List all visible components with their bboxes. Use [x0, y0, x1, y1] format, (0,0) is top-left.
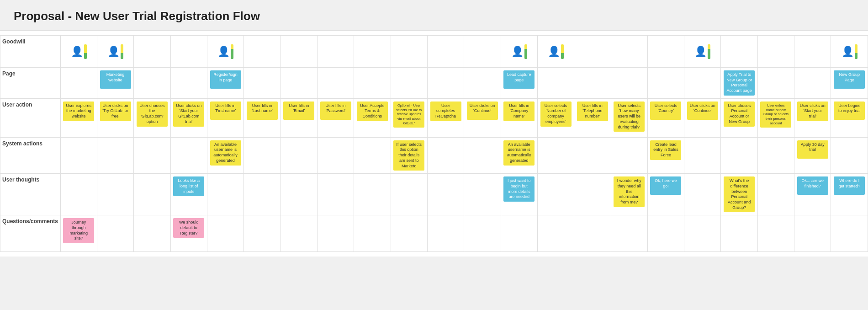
user-thoughts-cell-empty — [354, 174, 391, 215]
page-cell: New Group Page — [831, 68, 868, 99]
page-row: PageMarketing websiteRegister/sign in pa… — [0, 68, 868, 99]
user-action-cell: User Accepts Terms & Conditions — [354, 98, 391, 137]
system-actions-cell-empty — [97, 137, 133, 173]
system-actions-cell: Create lead entry in Sales Force — [647, 137, 684, 173]
user-thoughts-cell: Ok, here we go! — [647, 174, 684, 215]
goodwill-cell-empty — [464, 36, 501, 68]
user-thoughts-cell-empty — [244, 174, 281, 215]
page-cell-empty — [757, 68, 794, 99]
user-action-label: User action — [0, 98, 61, 137]
user-thoughts-cell-empty — [317, 174, 354, 215]
user-action-cell: User fills in 'First name' — [207, 98, 243, 137]
user-thoughts-cell-empty — [134, 174, 170, 215]
goodwill-cell: 👤 — [537, 36, 574, 68]
page-title: Proposal - New User Trial Registration F… — [14, 9, 854, 23]
user-thoughts-row: User thoughtsLooks like a long list of i… — [0, 174, 868, 215]
goodwill-cell: 👤 — [501, 36, 537, 68]
system-actions-cell-empty — [244, 137, 281, 173]
user-thoughts-label: User thoughts — [0, 174, 61, 215]
system-actions-cell-empty — [611, 137, 647, 173]
page-note: Lead capture page — [503, 70, 535, 89]
questions-cell-empty — [501, 215, 537, 252]
user-action-cell: User choses Personal Account or New Grou… — [721, 98, 757, 137]
page-cell: Register/sign in page — [207, 68, 243, 99]
user-thoughts-cell: I just want to begin but more details ar… — [501, 174, 537, 215]
goodwill-cell-empty — [794, 36, 831, 68]
goodwill-cell-empty — [354, 36, 391, 68]
page-cell-empty — [170, 68, 207, 99]
system-actions-cell-empty — [684, 137, 721, 173]
system-actions-cell-empty — [464, 137, 501, 173]
user-action-note: User fills in 'First name' — [210, 102, 241, 120]
user-thoughts-cell-empty — [281, 174, 317, 215]
questions-cell: We should default to Register? — [170, 215, 207, 252]
questions-cell-empty — [721, 215, 757, 252]
user-action-note: User enters name of new Group or selects… — [760, 102, 791, 128]
goodwill-cell-empty — [134, 36, 170, 68]
user-thoughts-cell: What's the difference between Personal A… — [721, 174, 757, 215]
system-actions-note: Apply 30 day trial — [797, 140, 828, 159]
goodwill-cell: 👤 — [684, 36, 721, 68]
questions-cell-empty — [317, 215, 354, 252]
user-action-note: User completes ReCaptcha — [430, 102, 461, 121]
user-action-note: User clicks on 'Continue' — [467, 102, 498, 120]
flow-table: Goodwill 👤 👤 👤 👤 👤 👤 👤 PageMarketing web… — [0, 35, 868, 252]
questions-cell-empty — [391, 215, 427, 252]
system-actions-cell-empty — [354, 137, 391, 173]
questions-cell-empty — [647, 215, 684, 252]
user-action-cell: User chooses the 'GitLab.com' option — [134, 98, 170, 137]
user-action-note: User selects 'how many users will be eva… — [614, 102, 645, 132]
system-actions-cell-empty — [721, 137, 757, 173]
system-actions-cell-empty — [537, 137, 574, 173]
goodwill-cell-empty — [427, 36, 464, 68]
user-thoughts-cell: Ok... are we finished? — [794, 174, 831, 215]
system-actions-row: System actionsAn available username is a… — [0, 137, 868, 173]
page-cell-empty — [684, 68, 721, 99]
page-cell-empty — [354, 68, 391, 99]
user-thoughts-cell-empty — [757, 174, 794, 215]
user-thoughts-note: I just want to begin but more details ar… — [503, 176, 535, 202]
page-cell-empty — [427, 68, 464, 99]
user-action-row: User actionUser explores the marketing w… — [0, 98, 868, 137]
person-icon: 👤 — [107, 47, 120, 57]
goodwill-bar — [708, 44, 710, 59]
goodwill-cell: 👤 — [207, 36, 243, 68]
user-action-cell: User selects 'Number of company employee… — [537, 98, 574, 137]
main-content: Goodwill 👤 👤 👤 👤 👤 👤 👤 PageMarketing web… — [0, 31, 868, 257]
questions-cell-empty — [464, 215, 501, 252]
goodwill-cell: 👤 — [831, 36, 868, 68]
user-thoughts-cell-empty — [464, 174, 501, 215]
system-actions-cell-empty — [60, 137, 97, 173]
goodwill-cell: 👤 — [60, 36, 97, 68]
person-icon: 👤 — [71, 47, 83, 57]
person-icon: 👤 — [511, 47, 524, 57]
goodwill-row: Goodwill 👤 👤 👤 👤 👤 👤 👤 — [0, 36, 868, 68]
user-thoughts-note: Ok, here we go! — [650, 176, 681, 195]
system-actions-cell-empty — [831, 137, 868, 173]
user-thoughts-cell-empty — [427, 174, 464, 215]
user-action-cell: User selects 'Country' — [647, 98, 684, 137]
goodwill-cell-empty — [574, 36, 611, 68]
questions-cell-empty — [207, 215, 243, 252]
goodwill-cell-empty — [244, 36, 281, 68]
questions-cell-empty — [354, 215, 391, 252]
user-action-note: User clicks on 'Continue' — [687, 102, 718, 120]
user-thoughts-cell: I wonder why they need all this informat… — [611, 174, 647, 215]
questions-row: Questions/commentsJourney through market… — [0, 215, 868, 252]
system-actions-cell: Apply 30 day trial — [794, 137, 831, 173]
questions-cell-empty — [574, 215, 611, 252]
user-action-note: User fills in 'Email' — [283, 102, 314, 120]
questions-cell-empty — [134, 215, 170, 252]
questions-note: We should default to Register? — [173, 218, 204, 238]
user-action-cell: User enters name of new Group or selects… — [757, 98, 794, 137]
page-cell-empty — [391, 68, 427, 99]
goodwill-cell-empty — [611, 36, 647, 68]
goodwill-cell-empty — [391, 36, 427, 68]
questions-cell-empty — [427, 215, 464, 252]
system-actions-cell-empty — [281, 137, 317, 173]
page-cell-empty — [60, 68, 97, 99]
user-action-note: User selects 'Number of company employee… — [540, 102, 572, 127]
user-action-note: User clicks on 'Try GitLab for free' — [100, 102, 131, 121]
goodwill-bar — [524, 44, 527, 59]
page-note: Apply Trial to New Group or Personal Acc… — [724, 70, 755, 96]
